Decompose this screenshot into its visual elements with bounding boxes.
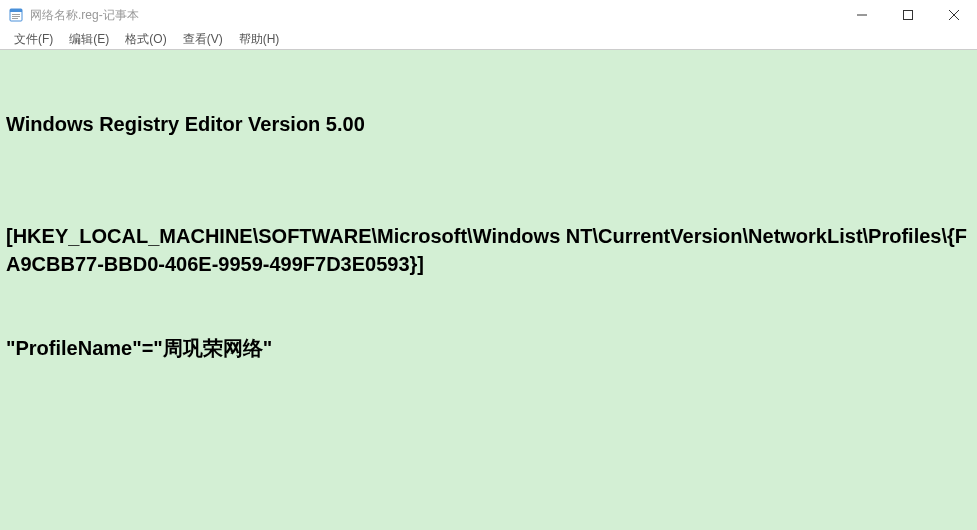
menu-edit[interactable]: 编辑(E) [61,31,117,48]
text-editor-content[interactable]: Windows Registry Editor Version 5.00 [HK… [0,50,977,530]
content-line: "ProfileName"="周巩荣网络" [6,334,971,362]
menu-help[interactable]: 帮助(H) [231,31,288,48]
menu-view[interactable]: 查看(V) [175,31,231,48]
menu-file[interactable]: 文件(F) [6,31,61,48]
content-line: Windows Registry Editor Version 5.00 [6,110,971,138]
window-title-app: 记事本 [103,7,139,24]
notepad-icon [8,7,24,23]
menu-format[interactable]: 格式(O) [117,31,174,48]
content-line: [HKEY_LOCAL_MACHINE\SOFTWARE\Microsoft\W… [6,222,971,278]
window-title-file: 网络名称.reg [30,7,99,24]
menubar: 文件(F) 编辑(E) 格式(O) 查看(V) 帮助(H) [0,30,977,50]
minimize-button[interactable] [839,0,885,30]
window-titlebar: 网络名称.reg - 记事本 [0,0,977,30]
svg-rect-6 [904,11,913,20]
svg-rect-1 [10,9,22,12]
close-button[interactable] [931,0,977,30]
maximize-button[interactable] [885,0,931,30]
